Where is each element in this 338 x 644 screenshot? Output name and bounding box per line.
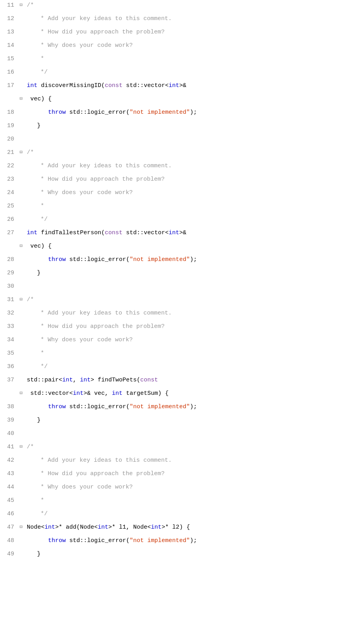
code-content: throw std::logic_error("not implemented"…: [26, 107, 338, 117]
line-number: 43: [0, 469, 20, 478]
line-number: 36: [0, 362, 20, 371]
fold-icon[interactable]: ⊟: [20, 389, 26, 397]
line-number: 48: [0, 536, 20, 545]
code-line-31: 31 ⊟ /*: [0, 294, 338, 308]
code-line-40: 40: [0, 428, 338, 442]
line-number: 38: [0, 402, 20, 411]
line-number: 28: [0, 255, 20, 264]
fold-icon[interactable]: ⊟: [20, 522, 26, 531]
code-line-24: 24 * Why does your code work?: [0, 187, 338, 201]
code-content: [26, 429, 338, 429]
code-content: * How did you approach the problem?: [26, 27, 338, 37]
line-number: 20: [0, 134, 20, 144]
code-content: * Add your key ideas to this comment.: [26, 14, 338, 23]
code-line-20: 20: [0, 134, 338, 147]
code-content: * Add your key ideas to this comment.: [26, 455, 338, 465]
line-number: 23: [0, 174, 20, 184]
code-content: throw std::logic_error("not implemented"…: [26, 536, 338, 545]
code-line-16: 16 */: [0, 67, 338, 80]
line-number: 45: [0, 496, 20, 505]
line-number: 19: [0, 121, 20, 130]
code-line-30: 30: [0, 281, 338, 294]
line-number: 32: [0, 308, 20, 318]
line-number: 35: [0, 348, 20, 358]
line-number: 14: [0, 41, 20, 50]
code-content: * Add your key ideas to this comment.: [26, 308, 338, 318]
code-line-37-cont: ⊟ std::vector<int>& vec, int targetSum) …: [0, 388, 338, 402]
code-line-17-cont: ⊟ vec) {: [0, 94, 338, 107]
code-line-46: 46 */: [0, 509, 338, 522]
line-number: 29: [0, 268, 20, 278]
code-content: /*: [26, 148, 338, 157]
line-number: 17: [0, 81, 20, 90]
line-number: 41: [0, 442, 20, 452]
code-line-34: 34 * Why does your code work?: [0, 335, 338, 348]
code-line-23: 23 * How did you approach the problem?: [0, 174, 338, 187]
fold-icon[interactable]: ⊟: [20, 241, 26, 250]
code-line-44: 44 * Why does your code work?: [0, 482, 338, 495]
code-content: [26, 134, 338, 135]
code-content: vec) {: [26, 94, 338, 104]
fold-icon[interactable]: ⊟: [20, 0, 26, 9]
code-line-36: 36 */: [0, 361, 338, 375]
line-number: 39: [0, 415, 20, 425]
line-number: 22: [0, 161, 20, 170]
line-number: 26: [0, 215, 20, 224]
fold-icon[interactable]: ⊟: [20, 295, 26, 303]
code-line-12: 12 * Add your key ideas to this comment.: [0, 13, 338, 27]
code-content: throw std::logic_error("not implemented"…: [26, 402, 338, 411]
line-number: 42: [0, 455, 20, 465]
code-line-22: 22 * Add your key ideas to this comment.: [0, 161, 338, 174]
code-content: *: [26, 54, 338, 63]
code-line-29: 29 }: [0, 268, 338, 281]
code-line-39: 39 }: [0, 415, 338, 428]
code-line-32: 32 * Add your key ideas to this comment.: [0, 308, 338, 321]
line-number: 18: [0, 107, 20, 117]
code-line-14: 14 * Why does your code work?: [0, 40, 338, 54]
line-number: 12: [0, 14, 20, 23]
line-number: 15: [0, 54, 20, 63]
line-number: 37: [0, 375, 20, 385]
code-content: [26, 281, 338, 282]
code-content: *: [26, 348, 338, 358]
code-content: /*: [26, 0, 338, 10]
code-line-13: 13 * How did you approach the problem?: [0, 27, 338, 40]
code-line-45: 45 *: [0, 495, 338, 509]
code-content: * How did you approach the problem?: [26, 174, 338, 184]
code-line-17: 17 int discoverMissingID(const std::vect…: [0, 80, 338, 94]
code-line-47: 47 ⊟ Node<int>* add(Node<int>* l1, Node<…: [0, 522, 338, 535]
code-content: std::pair<int, int> findTwoPets(const: [26, 375, 338, 385]
code-content: * Why does your code work?: [26, 482, 338, 492]
code-content: int discoverMissingID(const std::vector<…: [26, 81, 338, 90]
code-content: int findTallestPerson(const std::vector<…: [26, 228, 338, 237]
fold-icon[interactable]: ⊟: [20, 442, 26, 451]
line-number: 21: [0, 148, 20, 157]
line-number: 34: [0, 335, 20, 344]
code-line-33: 33 * How did you approach the problem?: [0, 321, 338, 335]
code-content: }: [26, 121, 338, 130]
code-line-27-cont: ⊟ vec) {: [0, 241, 338, 254]
fold-icon[interactable]: ⊟: [20, 148, 26, 156]
line-number: 30: [0, 281, 20, 291]
line-number: [0, 389, 20, 389]
code-editor: 11 ⊟ /* 12 * Add your key ideas to this …: [0, 0, 338, 644]
line-number: 33: [0, 322, 20, 331]
line-number: 25: [0, 201, 20, 211]
line-number: 11: [0, 0, 20, 10]
code-content: */: [26, 362, 338, 371]
code-line-21: 21 ⊟ /*: [0, 147, 338, 161]
code-line-28: 28 throw std::logic_error("not implement…: [0, 254, 338, 268]
fold-icon[interactable]: ⊟: [20, 94, 26, 103]
code-line-37: 37 std::pair<int, int> findTwoPets(const: [0, 375, 338, 388]
code-line-35: 35 *: [0, 348, 338, 361]
code-content: Node<int>* add(Node<int>* l1, Node<int>*…: [26, 522, 338, 532]
line-number: 49: [0, 549, 20, 559]
code-line-25: 25 *: [0, 201, 338, 214]
code-content: }: [26, 415, 338, 425]
line-number: 46: [0, 509, 20, 518]
code-content: std::vector<int>& vec, int targetSum) {: [26, 389, 338, 398]
code-line-26: 26 */: [0, 214, 338, 228]
code-content: throw std::logic_error("not implemented"…: [26, 255, 338, 264]
code-line-41: 41 ⊟ /*: [0, 442, 338, 455]
code-content: */: [26, 509, 338, 518]
